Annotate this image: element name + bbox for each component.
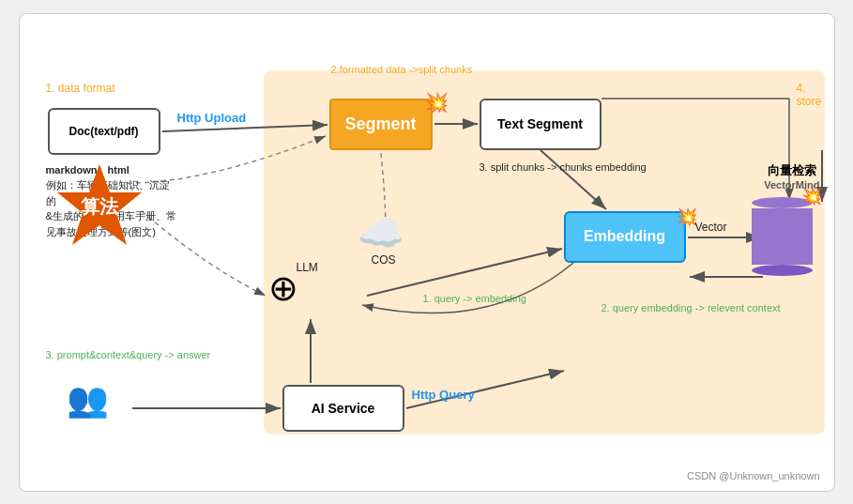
embedding-box: Embedding xyxy=(564,211,686,263)
label-store: 4. store xyxy=(797,82,834,108)
vectormind-sublabel: VectorMind xyxy=(764,179,819,191)
text-segment-label: Text Segment xyxy=(497,116,583,131)
label-split-chunks: 3. split chunks -> chunks embedding xyxy=(480,160,647,176)
label-formatted-data: 2.formatted data ->split chunks xyxy=(331,63,473,77)
vectormind-section: 💥 xyxy=(747,197,817,276)
ai-service-box: AI Service xyxy=(282,385,404,432)
watermark: CSDN @Unknown_unknown xyxy=(687,470,819,481)
label-query: 1. query -> embedding xyxy=(423,291,526,307)
algo-starburst: 算法 xyxy=(53,160,146,253)
cos-cloud: ☁️ xyxy=(358,211,404,255)
embedding-star: 💥 xyxy=(677,206,697,227)
segment-label: Segment xyxy=(344,115,416,134)
doc-label: Doc(text/pdf) xyxy=(69,125,139,138)
doc-box: Doc(text/pdf) xyxy=(48,108,160,155)
vectormind-label: 向量检索 VectorMind xyxy=(764,162,819,191)
label-http-upload: Http Upload xyxy=(177,111,247,125)
llm-icon: ⊕ xyxy=(268,267,298,309)
algo-text: 算法 xyxy=(81,193,118,219)
label-vector: Vector xyxy=(695,221,727,234)
label-data-format: 1. data format xyxy=(46,82,115,95)
llm-label: LLM xyxy=(297,261,318,274)
ai-service-label: AI Service xyxy=(312,401,375,416)
embedding-label: Embedding xyxy=(584,228,665,245)
users-icon: 👥 xyxy=(67,380,109,420)
db-body xyxy=(752,208,813,265)
text-segment-box: Text Segment xyxy=(480,99,602,150)
label-query-embedding: 2. query embedding -> relevent context xyxy=(602,300,781,316)
segment-box: Segment xyxy=(329,99,433,150)
diagram-container: Doc(text/pdf) markdown、html 例如：车辆基础知识、沉淀… xyxy=(19,13,835,492)
db-bottom xyxy=(752,265,813,276)
label-http-query: Http Query xyxy=(412,388,475,402)
label-prompt-context: 3. prompt&context&query -> answer xyxy=(46,347,211,363)
cos-label: COS xyxy=(372,253,396,267)
segment-star: 💥 xyxy=(425,91,449,114)
